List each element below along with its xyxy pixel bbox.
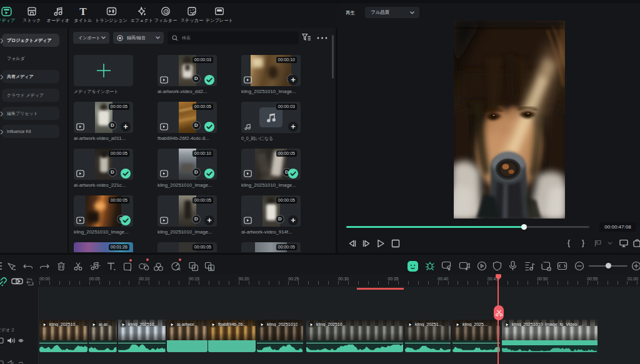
svg-text:T: T [194, 266, 196, 270]
svg-text:AI: AI [177, 267, 181, 271]
svg-text:A: A [210, 267, 213, 271]
